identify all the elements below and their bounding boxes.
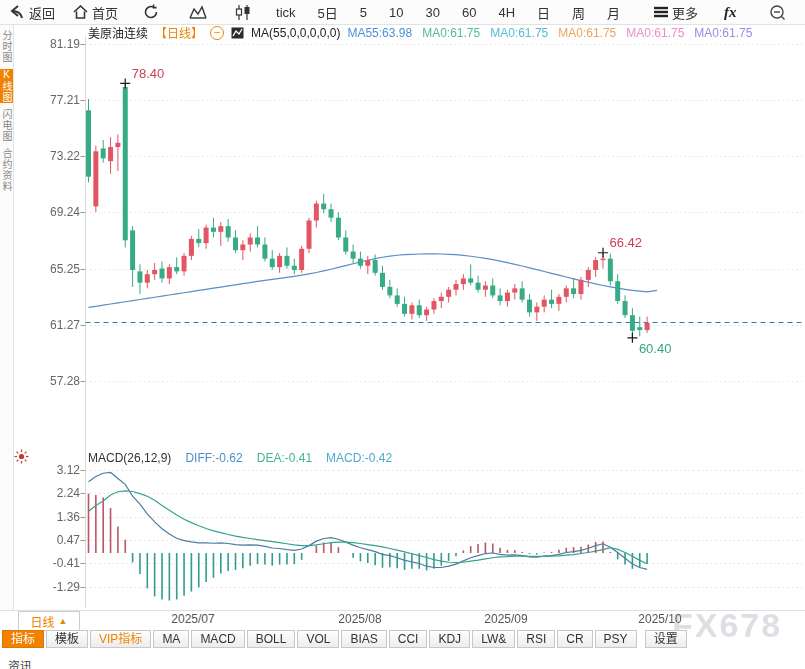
- period-button-日[interactable]: 日: [526, 0, 561, 24]
- indicator-tab-BIAS[interactable]: BIAS: [341, 630, 386, 648]
- left-sidebar: 分时图K线图闪电图合约资料: [0, 24, 14, 610]
- price-axis-label-3: 73.22: [42, 149, 80, 163]
- macd-axis-label-6: -1.29: [42, 580, 80, 594]
- period-buttons: tick5日51030604H日周月: [265, 0, 631, 24]
- ma-value-4: MA0:61.75: [558, 26, 616, 40]
- macd-values: DIFF:-0.62DEA:-0.41MACD:-0.42: [185, 451, 392, 465]
- zoom-out-icon: [769, 4, 786, 21]
- ma-value-2: MA0:61.75: [422, 26, 480, 40]
- macd-value-2: DEA:-0.41: [257, 451, 312, 465]
- more-button[interactable]: 更多: [645, 0, 707, 24]
- macd-axis-label-1: 3.12: [42, 463, 80, 477]
- macd-axis-label-2: 2.24: [42, 486, 80, 500]
- ma-value-5: MA0:61.75: [626, 26, 684, 40]
- macd-value-1: DIFF:-0.62: [185, 451, 242, 465]
- period-button-4H[interactable]: 4H: [487, 0, 526, 24]
- x-axis-label-2: 2025/08: [330, 612, 390, 626]
- period-button-60[interactable]: 60: [451, 0, 487, 24]
- x-axis-label-3: 2025/09: [476, 612, 536, 626]
- formula-button[interactable]: fx: [715, 0, 746, 24]
- home-icon: [73, 5, 88, 19]
- indicator-settings-icon[interactable]: [14, 449, 29, 464]
- indicator-tab-VOL[interactable]: VOL: [297, 630, 339, 648]
- settings-tab[interactable]: 设置: [645, 630, 687, 648]
- macd-value-3: MACD:-0.42: [326, 451, 392, 465]
- period-button-30[interactable]: 30: [414, 0, 450, 24]
- indicator-tab-CR[interactable]: CR: [557, 630, 592, 648]
- period-tab-label: 日线: [31, 613, 55, 630]
- indicator-tab-LW&[interactable]: LW&: [472, 630, 515, 648]
- app-window: 返回 首页: [0, 0, 805, 669]
- price-axis-label-4: 69.24: [42, 205, 80, 219]
- ma-value-1: MA55:63.98: [347, 26, 412, 40]
- back-icon: [9, 5, 25, 19]
- bottom-strip: [0, 649, 805, 669]
- symbol-name: 美原油连续: [88, 24, 148, 41]
- period-button-tick[interactable]: tick: [265, 0, 307, 24]
- refresh-icon: [143, 4, 159, 20]
- period-tab-daily[interactable]: 日线 ▲: [18, 611, 80, 631]
- x-axis-label-1: 2025/07: [163, 612, 223, 626]
- price-axis-label-1: 81.19: [42, 37, 80, 51]
- news-tab[interactable]: 资讯: [8, 657, 32, 669]
- indicator-tabs-row: 指标模板VIP指标MAMACDBOLLVOLBIASCCIKDJLW&RSICR…: [2, 630, 687, 648]
- fx-label: fx: [724, 4, 737, 21]
- back-label: 返回: [29, 3, 55, 22]
- collapse-panel-icon[interactable]: −: [210, 26, 224, 40]
- sidebar-item-2[interactable]: K线图: [0, 69, 13, 103]
- indicator-tab-KDJ[interactable]: KDJ: [429, 630, 470, 648]
- price-annotation-66.42: 66.42: [610, 235, 643, 250]
- period-button-月[interactable]: 月: [596, 0, 631, 24]
- price-axis-label-6: 61.27: [42, 318, 80, 332]
- ma-formula: MA(55,0,0,0,0,0): [251, 26, 340, 40]
- refresh-button[interactable]: [127, 0, 175, 24]
- candlestick-icon: [235, 5, 251, 20]
- menu-icon: [654, 6, 668, 18]
- ma-value-3: MA0:61.75: [490, 26, 548, 40]
- chart-type-icon: [231, 27, 244, 39]
- price-annotation-78.40: 78.40: [132, 66, 165, 81]
- ma-values: MA55:63.98MA0:61.75MA0:61.75MA0:61.75MA0…: [347, 26, 762, 40]
- indicator-tab-VIP指标[interactable]: VIP指标: [90, 630, 151, 648]
- home-button[interactable]: 首页: [64, 0, 127, 24]
- period-button-5[interactable]: 5: [349, 0, 378, 24]
- line-chart-button[interactable]: [175, 0, 221, 24]
- indicator-tab-模板[interactable]: 模板: [46, 630, 88, 648]
- home-label: 首页: [92, 3, 118, 22]
- macd-axis-label-5: -0.41: [42, 556, 80, 570]
- back-button[interactable]: 返回: [0, 0, 64, 24]
- x-axis-label-4: 2025/10: [630, 612, 690, 626]
- period-button-5日[interactable]: 5日: [307, 0, 349, 24]
- period-button-周[interactable]: 周: [561, 0, 596, 24]
- macd-axis-label-3: 1.36: [42, 510, 80, 524]
- area-chart-icon: [189, 5, 207, 19]
- indicator-tab-指标[interactable]: 指标: [2, 630, 44, 648]
- period-tag: 【日线】: [155, 24, 203, 41]
- indicator-tab-BOLL[interactable]: BOLL: [247, 630, 296, 648]
- candlestick-macd-canvas[interactable]: [0, 0, 805, 669]
- zoom-out-button[interactable]: [760, 0, 795, 24]
- indicator-tab-PSY[interactable]: PSY: [595, 630, 637, 648]
- price-axis-label-5: 65.25: [42, 262, 80, 276]
- candle-chart-button[interactable]: [221, 0, 265, 24]
- macd-axis-label-4: 0.47: [42, 533, 80, 547]
- macd-header: MACD(26,12,9) DIFF:-0.62DEA:-0.41MACD:-0…: [88, 451, 392, 465]
- chart-header: 美原油连续 【日线】 − MA(55,0,0,0,0,0) MA55:63.98…: [88, 25, 762, 40]
- price-axis-label-7: 57.28: [42, 374, 80, 388]
- sidebar-item-4[interactable]: 合约资料: [0, 148, 13, 192]
- period-button-10[interactable]: 10: [378, 0, 414, 24]
- indicator-tab-RSI[interactable]: RSI: [517, 630, 555, 648]
- sidebar-item-1[interactable]: 分时图: [0, 30, 13, 63]
- triangle-up-icon: ▲: [59, 616, 68, 626]
- sidebar-item-3[interactable]: 闪电图: [0, 109, 13, 142]
- indicator-tab-CCI[interactable]: CCI: [389, 630, 428, 648]
- top-toolbar: 返回 首页: [0, 0, 805, 25]
- macd-formula: MACD(26,12,9): [88, 451, 171, 465]
- price-annotation-60.40: 60.40: [639, 341, 672, 356]
- ma-value-6: MA0:61.75: [694, 26, 752, 40]
- price-axis-label-2: 77.21: [42, 93, 80, 107]
- indicator-tab-MA[interactable]: MA: [153, 630, 189, 648]
- indicator-tab-MACD[interactable]: MACD: [191, 630, 244, 648]
- more-label: 更多: [672, 3, 698, 22]
